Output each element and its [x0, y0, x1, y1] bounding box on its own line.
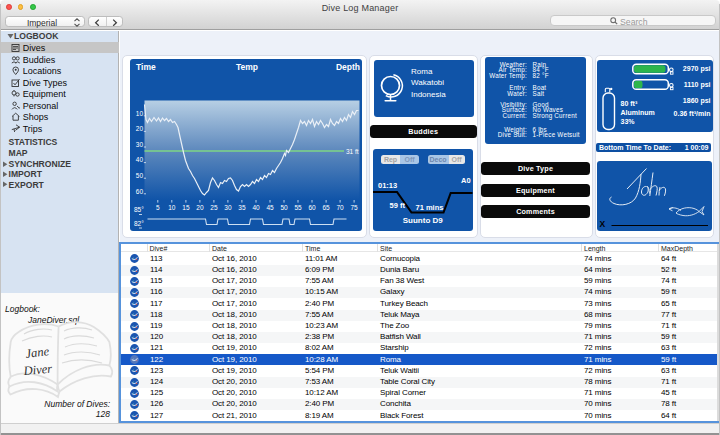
svg-text:Jane: Jane	[25, 344, 51, 361]
svg-text:10: 10	[168, 204, 176, 211]
svg-text:60: 60	[135, 187, 143, 194]
svg-text:15: 15	[182, 204, 190, 211]
svg-text:25: 25	[210, 204, 218, 211]
svg-text:40: 40	[135, 156, 143, 163]
svg-text:50: 50	[135, 172, 143, 179]
svg-text:Time: Time	[136, 62, 156, 72]
svg-text:75: 75	[350, 204, 358, 211]
svg-text:45: 45	[266, 204, 274, 211]
svg-text:55: 55	[294, 204, 302, 211]
svg-text:Diver: Diver	[22, 362, 53, 379]
svg-text:Depth: Depth	[335, 62, 359, 72]
svg-text:60: 60	[308, 204, 316, 211]
svg-text:85°: 85°	[134, 206, 144, 213]
svg-text:70: 70	[336, 204, 344, 211]
svg-text:5: 5	[155, 204, 159, 211]
svg-text:10: 10	[135, 109, 143, 116]
svg-text:35: 35	[238, 204, 246, 211]
svg-text:X: X	[600, 218, 606, 228]
svg-text:50: 50	[280, 204, 288, 211]
svg-text:82°: 82°	[134, 219, 144, 226]
svg-text:20: 20	[135, 125, 143, 132]
svg-text:30: 30	[135, 140, 143, 147]
svg-text:Temp: Temp	[235, 62, 257, 72]
svg-text:40: 40	[252, 204, 260, 211]
svg-text:20: 20	[196, 204, 204, 211]
svg-text:65: 65	[322, 204, 330, 211]
svg-text:30: 30	[224, 204, 232, 211]
svg-text:31 ft: 31 ft	[346, 147, 359, 154]
